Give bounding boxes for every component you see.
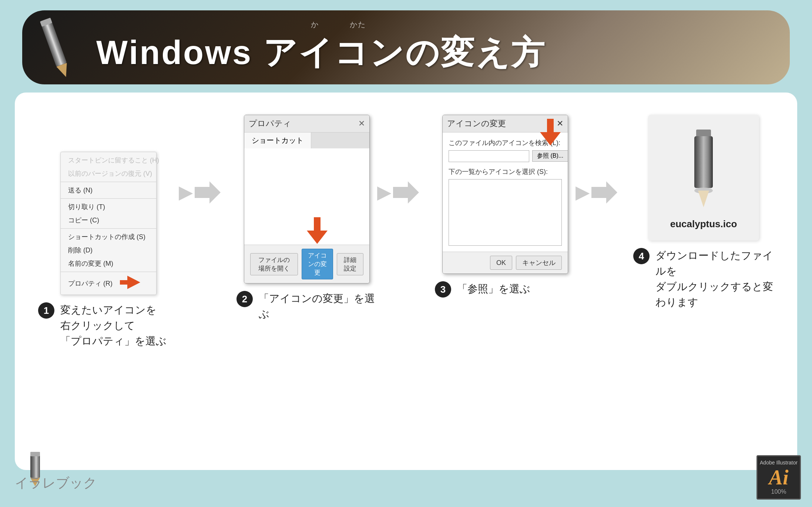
svg-rect-8 [694, 136, 713, 188]
dialog-tab-shortcut[interactable]: ショートカット [244, 132, 311, 148]
header-banner: か かた Windows アイコンの変え方 [22, 10, 790, 84]
menu-item-restore: 以前のバージョンの復元 (V) [61, 167, 156, 180]
ai-badge: Adobe Illustrator Ai 100% [756, 455, 801, 500]
brand-name: イラレブック [15, 474, 97, 492]
step-2-section: プロパティ ✕ ショートカット ファイルの場所を開く [235, 107, 378, 322]
step-4-number: 4 [633, 248, 650, 264]
step-3-number: 3 [435, 281, 451, 298]
svg-rect-7 [696, 130, 711, 137]
step-2-text: 「アイコンの変更」を選ぶ [259, 291, 377, 322]
change-icon-btn-wrapper: アイコンの変更 [302, 249, 333, 279]
arrow-down-icon [307, 217, 328, 244]
browse-btn-wrapper: 参照 (B)... [532, 150, 568, 162]
dialog-footer: ファイルの場所を開く アイコンの変更 詳細設定 [244, 245, 369, 283]
menu-item-delete: 削除 (D) [61, 244, 156, 257]
search-row: 参照 (B)... [449, 150, 562, 162]
ok-button[interactable]: OK [490, 256, 512, 270]
step-1-number: 1 [38, 302, 54, 319]
step-3-text: 「参照」を選ぶ [457, 281, 530, 297]
file-preview: eucalyptus.ico [648, 115, 759, 241]
pencil-icon-header [27, 10, 84, 84]
dialog-title: プロパティ [249, 118, 291, 129]
arrow-2-3 [393, 181, 419, 204]
step-1-label: 1 変えたいアイコンを 右クリックして 「プロパティ」を選ぶ [38, 302, 179, 349]
furigana: か かた [96, 20, 366, 30]
dialog-tabs: ショートカット [244, 132, 369, 148]
menu-separator-2 [61, 198, 156, 199]
dialog-titlebar: プロパティ ✕ [244, 115, 369, 132]
ai-badge-percent: 100% [771, 488, 786, 495]
arrow-down-browse [540, 119, 561, 145]
svg-marker-10 [698, 191, 709, 207]
svg-marker-4 [195, 181, 221, 204]
icon-change-dialog: アイコンの変更 ✕ このファイル内のアイコンを検索 (L): [442, 115, 568, 274]
step-3-section: アイコンの変更 ✕ このファイル内のアイコンを検索 (L): [434, 107, 577, 298]
menu-item-cut: 切り取り (T) [61, 200, 156, 214]
icon-dialog-body: このファイル内のアイコンを検索 (L): 参照 (B)... [443, 132, 568, 252]
eucalyptus-icon-svg [670, 126, 737, 215]
step1-menu-wrapper: スタートピンに留すること (H) 以前のバージョンの復元 (V) 送る (N) … [60, 122, 157, 295]
search-input[interactable] [449, 150, 529, 162]
menu-item-properties[interactable]: プロパティ (R) [61, 273, 156, 293]
advanced-settings-button[interactable]: 詳細設定 [337, 253, 363, 275]
file-location-button[interactable]: ファイルの場所を開く [250, 253, 298, 275]
context-menu: スタートピンに留すること (H) 以前のバージョンの復元 (V) 送る (N) … [60, 152, 157, 295]
file-icon-visual [663, 126, 744, 215]
step-2-label: 2 「アイコンの変更」を選ぶ [236, 291, 377, 322]
icon-list-box [449, 179, 562, 246]
arrow-1-2 [195, 181, 221, 204]
svg-marker-5 [393, 181, 419, 204]
main-content-area: スタートピンに留すること (H) 以前のバージョンの復元 (V) 送る (N) … [15, 93, 797, 470]
main-title: Windows アイコンの変え方 [96, 30, 546, 75]
properties-dialog: プロパティ ✕ ショートカット ファイルの場所を開く [244, 115, 370, 283]
dialog-close-button[interactable]: ✕ [358, 119, 365, 128]
step-2-number: 2 [236, 291, 253, 307]
change-icon-button[interactable]: アイコンの変更 [302, 249, 333, 279]
step-4-label: 4 ダウンロードしたファイルを ダブルクリックすると変わります [633, 248, 774, 310]
menu-separator-1 [61, 182, 156, 182]
step-1-section: スタートピンに留すること (H) 以前のバージョンの復元 (V) 送る (N) … [37, 107, 180, 349]
menu-item-rename: 名前の変更 (M) [61, 257, 156, 270]
properties-row: プロパティ (R) [61, 273, 156, 293]
svg-marker-3 [120, 276, 140, 289]
svg-rect-12 [30, 452, 40, 456]
ai-badge-text: Ai [769, 467, 789, 488]
step-3-label: 3 「参照」を選ぶ [435, 281, 576, 298]
menu-separator-4 [61, 272, 156, 272]
step-1-text: 変えたいアイコンを 右クリックして 「プロパティ」を選ぶ [60, 302, 167, 349]
browse-button[interactable]: 参照 (B)... [532, 150, 568, 162]
menu-item-copy: コピー (C) [61, 214, 156, 227]
arrow-3-4 [591, 181, 617, 204]
header-title-group: か かた Windows アイコンの変え方 [96, 20, 546, 75]
menu-separator-3 [61, 228, 156, 229]
menu-item-pin: スタートピンに留すること (H) [61, 154, 156, 167]
red-arrow-properties [120, 276, 140, 291]
icon-dialog-footer: OK キャンセル [443, 252, 568, 273]
file-name: eucalyptus.ico [670, 218, 737, 230]
menu-item-create-shortcut: ショートカットの作成 (S) [61, 230, 156, 244]
step-4-section: eucalyptus.ico 4 ダウンロードしたファイルを ダブルクリックする… [632, 107, 775, 310]
ai-badge-label: Adobe Illustrator [760, 460, 798, 466]
svg-marker-6 [591, 181, 617, 204]
menu-item-send: 送る (N) [61, 184, 156, 197]
step-4-text: ダウンロードしたファイルを ダブルクリックすると変わります [655, 248, 774, 310]
cancel-button[interactable]: キャンセル [516, 256, 562, 270]
icon-list-label: 下の一覧からアイコンを選択 (S): [449, 167, 562, 176]
